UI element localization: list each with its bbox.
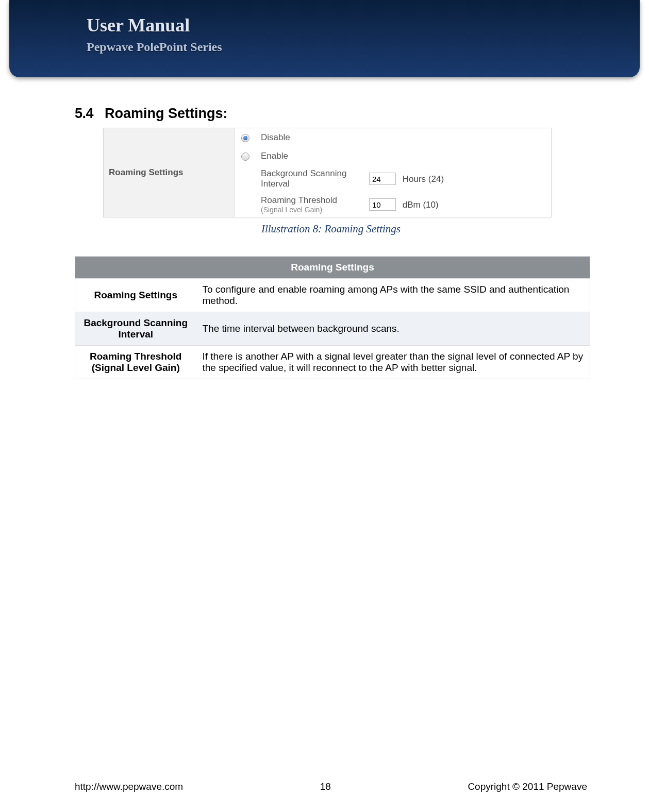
settings-panel-label: Roaming Settings — [104, 128, 235, 217]
doc-subtitle: Pepwave PolePoint Series — [87, 40, 222, 54]
radio-icon-selected — [241, 134, 249, 142]
radio-icon-unselected — [241, 153, 249, 161]
desc-header: Roaming Settings — [75, 257, 590, 279]
footer-page-number: 18 — [320, 781, 331, 792]
desc-row-1-text: The time interval between background sca… — [196, 312, 590, 346]
desc-row-2-text: If there is another AP with a signal lev… — [196, 346, 590, 379]
bg-scan-input[interactable] — [369, 173, 396, 185]
roaming-settings-screenshot: Roaming Settings Disable Enable Backgrou… — [103, 128, 552, 217]
illustration-caption: Illustration 8: Roaming Settings — [75, 223, 587, 235]
doc-title: User Manual — [87, 14, 222, 36]
option-enable-label: Enable — [256, 147, 364, 165]
section-title: Roaming Settings: — [105, 106, 228, 121]
description-table: Roaming Settings Roaming Settings To con… — [75, 256, 590, 379]
desc-row-0-text: To configure and enable roaming among AP… — [196, 279, 590, 312]
section-heading: 5.4Roaming Settings: — [75, 106, 587, 122]
radio-disable-cell[interactable] — [235, 128, 256, 147]
section-number: 5.4 — [75, 106, 93, 121]
footer-copyright: Copyright © 2011 Pepwave — [468, 781, 587, 792]
option-disable-label: Disable — [256, 128, 364, 147]
header-banner: User Manual Pepwave PolePoint Series — [9, 0, 640, 77]
desc-row-1-label: Background Scanning Interval — [75, 312, 196, 346]
desc-row-0-label: Roaming Settings — [75, 279, 196, 312]
desc-row-2-label: Roaming Threshold (Signal Level Gain) — [75, 346, 196, 379]
page-footer: http://www.pepwave.com 18 Copyright © 20… — [75, 781, 587, 792]
bg-scan-label: Background Scanning Interval — [256, 165, 364, 192]
footer-url: http://www.pepwave.com — [75, 781, 183, 792]
threshold-unit: dBm (10) — [403, 200, 439, 210]
radio-enable-cell[interactable] — [235, 147, 256, 165]
bg-scan-unit: Hours (24) — [403, 174, 444, 184]
threshold-label: Roaming Threshold (Signal Level Gain) — [256, 192, 364, 217]
threshold-input[interactable] — [369, 198, 396, 211]
